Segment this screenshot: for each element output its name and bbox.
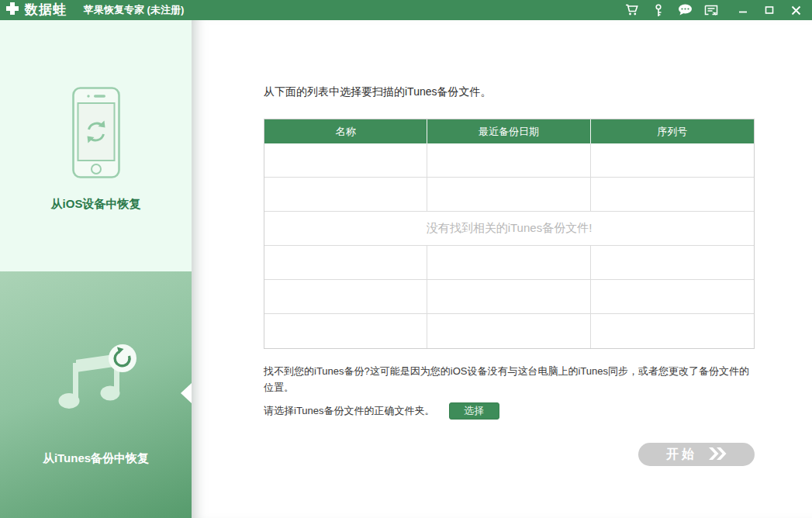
- sidebar-item-recover-from-itunes[interactable]: 从iTunes备份中恢复: [0, 271, 192, 518]
- feedback-icon[interactable]: [703, 3, 719, 17]
- maximize-button[interactable]: [759, 2, 779, 19]
- minimize-button[interactable]: [733, 2, 753, 19]
- column-header-name: 名称: [264, 119, 427, 143]
- column-header-serial-number: 序列号: [591, 119, 754, 143]
- chat-icon[interactable]: [677, 3, 693, 17]
- app-title: 苹果恢复专家 (未注册): [84, 3, 184, 17]
- select-folder-prompt: 请选择iTunes备份文件的正确文件夹。: [264, 404, 435, 418]
- app-window: 数据蛙 苹果恢复专家 (未注册): [0, 0, 812, 518]
- cart-icon[interactable]: [624, 3, 640, 17]
- sidebar-item-label: 从iTunes备份中恢复: [43, 451, 149, 466]
- app-logo: 数据蛙: [5, 0, 67, 20]
- instruction-text: 从下面的列表中选择要扫描的iTunes备份文件。: [264, 85, 755, 99]
- table-row: [264, 314, 754, 348]
- sidebar-item-label: 从iOS设备中恢复: [51, 197, 141, 212]
- table-row: [264, 143, 754, 178]
- active-item-pointer: [181, 383, 192, 403]
- main-panel: 从下面的列表中选择要扫描的iTunes备份文件。 名称 最近备份日期 序列号 没…: [192, 20, 812, 518]
- table-empty-message-row: 没有找到相关的iTunes备份文件!: [264, 212, 754, 246]
- sidebar: 从iOS设备中恢复: [0, 20, 192, 518]
- key-icon[interactable]: [651, 3, 666, 17]
- table-header-row: 名称 最近备份日期 序列号: [264, 119, 754, 143]
- title-bar: 数据蛙 苹果恢复专家 (未注册): [0, 0, 812, 20]
- logo-text: 数据蛙: [25, 0, 67, 20]
- table-row: [264, 280, 754, 314]
- logo-cross-icon: [5, 1, 20, 19]
- start-button-label: 开始: [666, 447, 697, 463]
- music-note-restore-icon: [53, 340, 140, 417]
- backup-table: 名称 最近备份日期 序列号 没有找到相关的iTunes备份文件!: [264, 119, 755, 349]
- iphone-sync-icon: [72, 87, 120, 181]
- table-row: [264, 246, 754, 280]
- help-text: 找不到您的iTunes备份?这可能是因为您的iOS设备没有与这台电脑上的iTun…: [264, 363, 755, 395]
- column-header-last-backup-date: 最近备份日期: [427, 119, 590, 143]
- empty-message: 没有找到相关的iTunes备份文件!: [427, 221, 593, 236]
- select-folder-button[interactable]: 选择: [449, 402, 499, 420]
- start-button[interactable]: 开始: [638, 443, 755, 466]
- double-chevron-right-icon: [708, 447, 727, 462]
- table-row: [264, 178, 754, 212]
- sidebar-item-recover-from-ios[interactable]: 从iOS设备中恢复: [0, 20, 192, 271]
- close-button[interactable]: [786, 2, 806, 19]
